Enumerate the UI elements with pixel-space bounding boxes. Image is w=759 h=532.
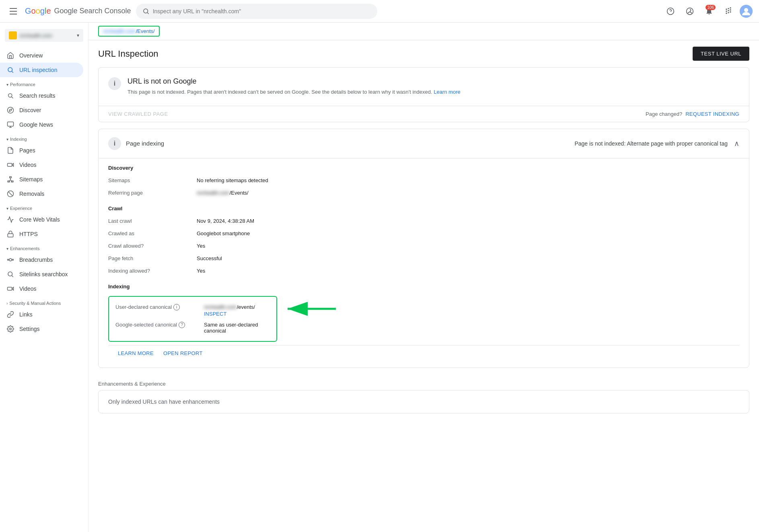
indexing-card: i Page indexing Page is not indexed: Alt…: [98, 129, 749, 368]
notifications-button[interactable]: 106: [701, 3, 717, 19]
page-header: URL Inspection TEST LIVE URL: [88, 40, 759, 67]
sidebar-section-indexing[interactable]: ▾ Indexing: [0, 132, 88, 143]
view-crawled-page-button: VIEW CRAWLED PAGE: [108, 111, 168, 117]
inspect-link[interactable]: INSPECT: [204, 311, 255, 317]
learn-more-link[interactable]: Learn more: [434, 89, 460, 95]
svg-point-26: [8, 259, 9, 261]
svg-line-8: [12, 71, 13, 72]
indexing-status: Page is not indexed: Alternate page with…: [574, 140, 728, 147]
sidebar-item-settings-label: Settings: [19, 326, 40, 332]
crawl-allowed-row: Crawl allowed? Yes: [108, 240, 739, 252]
search-icon: [142, 8, 150, 15]
sidebar-item-breadcrumbs[interactable]: Breadcrumbs: [0, 253, 83, 267]
sidebar-section-performance[interactable]: ▾ Performance: [0, 77, 88, 88]
svg-rect-14: [8, 163, 12, 166]
status-info-icon: i: [108, 77, 121, 90]
card-container: i URL is not on Google This page is not …: [88, 67, 759, 423]
hamburger-menu[interactable]: [6, 5, 20, 18]
sidebar-item-url-inspection-label: URL inspection: [19, 67, 57, 73]
user-declared-help-icon[interactable]: i: [173, 304, 180, 310]
search-bar[interactable]: [136, 4, 377, 19]
notification-badge: 106: [706, 5, 716, 10]
property-name: nrchealth.com: [19, 33, 74, 39]
sidebar-item-videos-enh-label: Videos: [19, 286, 37, 292]
sidebar-section-indexing-label: Indexing: [10, 137, 27, 142]
svg-line-29: [12, 275, 13, 277]
indexing-body: Discovery Sitemaps No referring sitemaps…: [99, 158, 749, 368]
sidebar-item-sitelinks-searchbox-label: Sitelinks searchbox: [19, 271, 68, 277]
google-logo: Google: [25, 6, 51, 16]
crawled-as-row: Crawled as Googlebot smartphone: [108, 227, 739, 240]
account-circle-button[interactable]: [682, 3, 698, 19]
logo-area: Google Google Search Console: [25, 6, 131, 16]
referring-page-value: nrchealth.com/Events/: [197, 190, 739, 196]
links-icon: [6, 310, 14, 318]
indexing-allowed-row: Indexing allowed? Yes: [108, 265, 739, 277]
url-breadcrumb[interactable]: nrchealth.com /Events/: [98, 26, 160, 37]
page-fetch-label: Page fetch: [108, 255, 197, 261]
status-description: This page is not indexed. Pages that are…: [128, 88, 461, 96]
search-input[interactable]: [153, 8, 371, 14]
help-button[interactable]: [662, 3, 679, 19]
sidebar-item-overview[interactable]: Overview: [0, 48, 83, 63]
page-title: URL Inspection: [98, 49, 158, 59]
sidebar-item-links-label: Links: [19, 311, 33, 318]
sidebar-item-sitemaps[interactable]: Sitemaps: [0, 172, 83, 187]
page-fetch-value: Successful: [197, 255, 739, 261]
svg-point-0: [144, 9, 148, 13]
svg-point-28: [8, 272, 12, 276]
sidebar-section-experience[interactable]: ▾ Experience: [0, 201, 88, 212]
sidebar-section-enhancements[interactable]: ▾ Enhancements: [0, 241, 88, 253]
sidebar-item-pages-label: Pages: [19, 147, 35, 154]
sidebar-item-settings[interactable]: Settings: [0, 322, 83, 336]
sidebar-section-security[interactable]: › Security & Manual Actions: [0, 296, 88, 307]
sidebar-item-discover[interactable]: Discover: [0, 103, 83, 117]
indexing-label: Page indexing: [126, 140, 164, 147]
breadcrumbs-icon: [6, 256, 14, 264]
property-dropdown-icon: ▾: [77, 33, 79, 38]
google-selected-help-icon[interactable]: ?: [179, 322, 185, 328]
svg-point-7: [8, 68, 12, 72]
svg-rect-11: [8, 122, 14, 126]
request-indexing-button[interactable]: REQUEST INDEXING: [685, 111, 739, 117]
google-selected-canonical-value: Same as user-declared canonical: [204, 322, 270, 334]
sidebar-item-links[interactable]: Links: [0, 307, 83, 322]
last-crawl-label: Last crawl: [108, 218, 197, 224]
sidebar-item-videos[interactable]: Videos: [0, 158, 83, 172]
indexing-header-left: i Page indexing: [108, 137, 164, 150]
indexing-allowed-label: Indexing allowed?: [108, 268, 197, 274]
sidebar-item-https[interactable]: HTTPS: [0, 227, 83, 241]
sidebar-item-removals[interactable]: Removals: [0, 187, 83, 201]
svg-rect-16: [10, 177, 12, 178]
chevron-up-icon: ∧: [734, 139, 739, 148]
sidebar-item-google-news[interactable]: Google News: [0, 117, 83, 132]
top-bar: Google Google Search Console 106: [0, 0, 759, 23]
open-report-button[interactable]: OPEN REPORT: [163, 350, 203, 356]
svg-point-25: [9, 259, 12, 261]
sidebar-item-core-web-vitals[interactable]: Core Web Vitals: [0, 212, 83, 227]
sidebar-item-search-results[interactable]: Search results: [0, 88, 83, 103]
sidebar-item-url-inspection[interactable]: URL inspection: [0, 63, 83, 77]
property-selector[interactable]: nrchealth.com ▾: [5, 29, 83, 42]
sidebar-item-videos-enh[interactable]: Videos: [0, 281, 83, 296]
sidebar-item-videos-label: Videos: [19, 162, 37, 168]
svg-rect-30: [8, 287, 12, 290]
test-live-url-button[interactable]: TEST LIVE URL: [693, 47, 749, 61]
sidebar-item-sitemaps-label: Sitemaps: [19, 176, 43, 183]
svg-marker-10: [9, 109, 12, 111]
discover-icon: [6, 106, 14, 114]
avatar[interactable]: [740, 5, 753, 18]
removals-icon: [6, 190, 14, 198]
apps-button[interactable]: [720, 3, 736, 19]
only-indexed-card: Only indexed URLs can have enhancements: [98, 390, 749, 413]
sidebar-item-pages[interactable]: Pages: [0, 143, 83, 158]
learn-more-button[interactable]: LEARN MORE: [118, 350, 154, 356]
app-name: Google Search Console: [54, 7, 131, 15]
green-arrow-container: [284, 301, 340, 317]
status-card: i URL is not on Google This page is not …: [98, 67, 749, 122]
sidebar-item-sitelinks-searchbox[interactable]: Sitelinks searchbox: [0, 267, 83, 281]
status-title: URL is not on Google: [128, 77, 461, 86]
status-card-header: i URL is not on Google This page is not …: [99, 68, 749, 106]
indexing-card-header[interactable]: i Page indexing Page is not indexed: Alt…: [99, 129, 749, 158]
crawl-allowed-value: Yes: [197, 243, 739, 249]
